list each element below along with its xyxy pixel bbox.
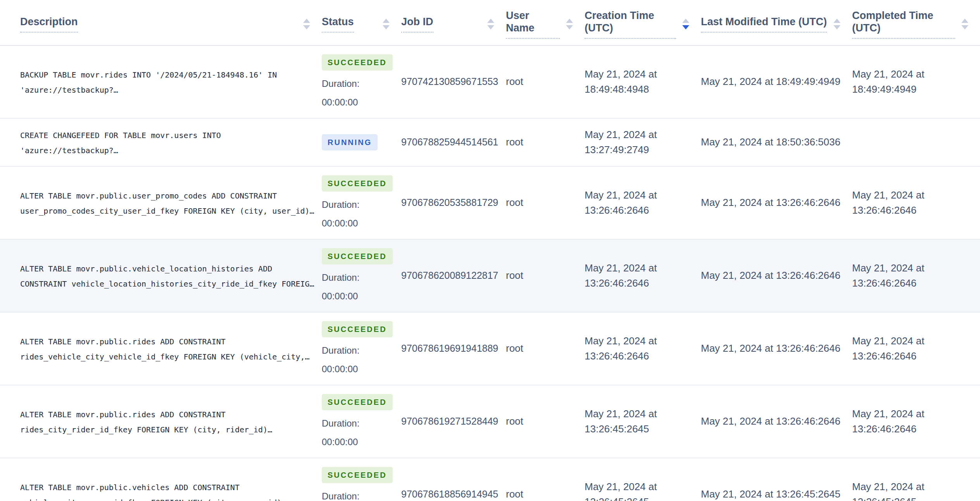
sort-arrows-icon [383,19,390,29]
duration-label: Duration: [322,344,390,358]
status-badge: SUCCEEDED [322,175,393,192]
duration-value: 00:00:00 [322,435,390,449]
sort-ascending-icon [961,19,968,23]
sort-arrows-icon [487,19,494,29]
job-user-name: root [506,458,585,501]
status-badge: SUCCEEDED [322,394,393,410]
column-header-jobid[interactable]: Job ID [401,0,506,45]
duration-value: 00:00:00 [322,216,390,230]
job-last-modified-time: May 21, 2024 at 18:50:36:5036 [701,118,852,166]
job-completed-time: May 21, 2024 at 13:26:46:2646 [852,239,980,312]
job-row: ALTER TABLE movr.public.rides ADD CONSTR… [0,312,980,385]
job-last-modified-time: May 21, 2024 at 13:26:46:2646 [701,166,852,239]
job-id: 970678618856914945 [401,458,506,501]
column-header-label: Completed Time (UTC) [852,9,955,39]
sort-ascending-icon [383,19,390,23]
job-user-name: root [506,166,585,239]
status-badge: SUCCEEDED [322,321,393,337]
job-id: 970678825944514561 [401,118,506,166]
job-status-cell: SUCCEEDED Duration: 00:00:00 [322,166,401,239]
status-badge: SUCCEEDED [322,467,393,483]
job-status-cell: SUCCEEDED Duration: 00:00:00 [322,385,401,458]
job-description-cell: ALTER TABLE movr.public.vehicle_location… [0,239,322,312]
job-completed-time: May 21, 2024 at 13:26:45:2645 [852,458,980,501]
job-description-link[interactable]: ALTER TABLE movr.public.rides ADD CONSTR… [20,337,310,361]
sort-descending-icon [383,25,390,29]
job-id: 970678619271528449 [401,385,506,458]
job-creation-time: May 21, 2024 at 13:26:45:2645 [585,385,701,458]
job-description-link[interactable]: ALTER TABLE movr.public.vehicles ADD CON… [20,483,286,501]
job-creation-time: May 21, 2024 at 18:49:48:4948 [585,45,701,118]
job-row: CREATE CHANGEFEED FOR TABLE movr.users I… [0,118,980,166]
sort-arrows-icon [961,19,968,29]
column-header-label: Status [322,16,354,32]
job-description-cell: ALTER TABLE movr.public.vehicles ADD CON… [0,458,322,501]
job-completed-time: May 21, 2024 at 13:26:46:2646 [852,312,980,385]
job-creation-time: May 21, 2024 at 13:26:45:2645 [585,458,701,501]
column-header-label: Description [20,16,78,32]
status-badge: SUCCEEDED [322,248,393,264]
job-status-cell: SUCCEEDED Duration: 00:00:00 [322,239,401,312]
job-description-link[interactable]: BACKUP TABLE movr.rides INTO '/2024/05/2… [20,70,277,95]
sort-arrows-icon [682,19,689,29]
sort-arrows-icon [833,19,840,29]
job-description-link[interactable]: ALTER TABLE movr.public.rides ADD CONSTR… [20,410,272,434]
duration-label: Duration: [322,77,390,91]
job-row: ALTER TABLE movr.public.user_promo_codes… [0,166,980,239]
job-description-cell: CREATE CHANGEFEED FOR TABLE movr.users I… [0,118,322,166]
sort-ascending-icon [303,19,310,23]
column-header-desc[interactable]: Description [0,0,322,45]
job-user-name: root [506,239,585,312]
column-header-status[interactable]: Status [322,0,401,45]
status-badge: SUCCEEDED [322,54,393,71]
sort-ascending-icon [682,19,689,23]
duration-label: Duration: [322,416,390,430]
duration-label: Duration: [322,489,390,501]
jobs-table: Description Status Job ID User Name [0,0,980,501]
job-status-cell: SUCCEEDED Duration: 00:00:00 [322,458,401,501]
job-creation-time: May 21, 2024 at 13:26:46:2646 [585,312,701,385]
job-row: ALTER TABLE movr.public.vehicles ADD CON… [0,458,980,501]
sort-ascending-icon [487,19,494,23]
sort-descending-icon [961,25,968,29]
job-row: ALTER TABLE movr.public.rides ADD CONSTR… [0,385,980,458]
column-header-modified[interactable]: Last Modified Time (UTC) [701,0,852,45]
job-description-link[interactable]: ALTER TABLE movr.public.user_promo_codes… [20,191,314,216]
column-header-completed[interactable]: Completed Time (UTC) [852,0,980,45]
job-user-name: root [506,45,585,118]
job-completed-time: May 21, 2024 at 18:49:49:4949 [852,45,980,118]
job-last-modified-time: May 21, 2024 at 13:26:46:2646 [701,312,852,385]
job-user-name: root [506,385,585,458]
job-creation-time: May 21, 2024 at 13:26:46:2646 [585,166,701,239]
status-badge: RUNNING [322,134,378,150]
job-id: 970678619691941889 [401,312,506,385]
job-description-link[interactable]: ALTER TABLE movr.public.vehicle_location… [20,264,314,289]
job-last-modified-time: May 21, 2024 at 18:49:49:4949 [701,45,852,118]
column-header-label: Job ID [401,16,433,32]
job-completed-time: May 21, 2024 at 13:26:46:2646 [852,166,980,239]
column-header-user[interactable]: User Name [506,0,585,45]
duration-label: Duration: [322,271,390,285]
sort-descending-icon [303,25,310,29]
job-status-cell: RUNNING [322,118,401,166]
job-last-modified-time: May 21, 2024 at 13:26:46:2646 [701,239,852,312]
column-header-created[interactable]: Creation Time (UTC) [585,0,701,45]
job-last-modified-time: May 21, 2024 at 13:26:46:2646 [701,385,852,458]
duration-value: 00:00:00 [322,362,390,376]
column-header-label: Last Modified Time (UTC) [701,16,827,32]
job-row: ALTER TABLE movr.public.vehicle_location… [0,239,980,312]
job-description-cell: ALTER TABLE movr.public.user_promo_codes… [0,166,322,239]
job-description-link[interactable]: CREATE CHANGEFEED FOR TABLE movr.users I… [20,131,221,155]
job-status-cell: SUCCEEDED Duration: 00:00:00 [322,312,401,385]
sort-descending-icon [833,25,840,29]
job-id: 970742130859671553 [401,45,506,118]
sort-arrows-icon [303,19,310,29]
job-last-modified-time: May 21, 2024 at 13:26:45:2645 [701,458,852,501]
sort-ascending-icon [833,19,840,23]
duration-label: Duration: [322,198,390,212]
job-user-name: root [506,118,585,166]
job-completed-time: May 21, 2024 at 13:26:46:2646 [852,385,980,458]
job-completed-time [852,118,980,166]
sort-descending-icon [566,25,573,29]
sort-descending-icon [682,25,689,29]
